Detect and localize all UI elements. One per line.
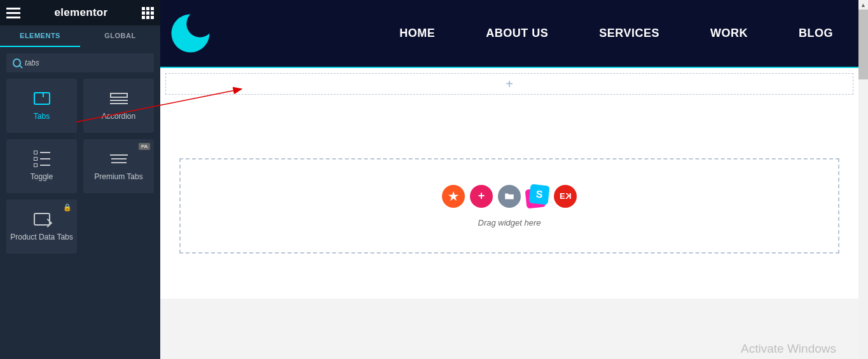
widget-toggle[interactable]: Toggle xyxy=(6,139,77,193)
ekit-button[interactable]: EK xyxy=(554,185,577,208)
widget-label: Accordion xyxy=(102,112,135,121)
nav-services[interactable]: SERVICES xyxy=(599,27,659,40)
tab-global[interactable]: GLOBAL xyxy=(80,25,160,47)
template-button[interactable] xyxy=(498,185,521,208)
favorites-button[interactable]: ★ xyxy=(442,185,465,208)
add-widget-button[interactable]: + xyxy=(470,185,493,208)
nav-home[interactable]: HOME xyxy=(399,27,435,40)
widget-label: Tabs xyxy=(34,112,50,121)
pa-badge-icon: PA xyxy=(139,143,150,150)
premium-tabs-icon xyxy=(110,152,128,166)
widget-label: Toggle xyxy=(31,172,53,181)
elementor-logo: elementor xyxy=(55,6,108,19)
panel-tabs: ELEMENTS GLOBAL xyxy=(0,25,160,47)
tabs-icon xyxy=(33,91,51,105)
toggle-icon xyxy=(33,152,51,166)
vertical-scrollbar[interactable]: ▲ xyxy=(858,0,868,359)
widget-list: Tabs Accordion Toggle PA Premium Tabs 🔒 xyxy=(0,79,160,254)
widget-tabs[interactable]: Tabs xyxy=(6,79,77,133)
nav-blog[interactable]: BLOG xyxy=(799,27,833,40)
accordion-icon xyxy=(110,91,128,105)
site-header: HOME ABOUT US SERVICES WORK BLOG xyxy=(160,0,858,68)
main-nav: HOME ABOUT US SERVICES WORK BLOG xyxy=(399,27,833,40)
menu-icon[interactable] xyxy=(6,8,20,18)
widget-label: Premium Tabs xyxy=(94,172,142,181)
tab-elements[interactable]: ELEMENTS xyxy=(0,25,80,47)
plus-icon: + xyxy=(478,189,485,203)
stratum-button[interactable]: S xyxy=(526,185,549,208)
widget-label: Product Data Tabs xyxy=(10,233,73,241)
panel-header: elementor xyxy=(0,0,160,25)
ek-icon: EK xyxy=(560,191,571,201)
search-icon xyxy=(13,58,21,67)
product-data-tabs-icon xyxy=(33,212,51,226)
widget-product-data-tabs[interactable]: 🔒 Product Data Tabs xyxy=(6,200,77,254)
nav-about[interactable]: ABOUT US xyxy=(486,27,548,40)
plus-icon[interactable]: + xyxy=(506,77,513,91)
dropzone-buttons: ★ + S EK xyxy=(442,185,577,208)
widgets-grid-icon[interactable] xyxy=(142,7,154,19)
add-section-area[interactable]: + xyxy=(165,73,853,95)
widget-premium-tabs[interactable]: PA Premium Tabs xyxy=(83,139,154,193)
scroll-up-icon[interactable]: ▲ xyxy=(858,0,868,10)
nav-work[interactable]: WORK xyxy=(710,27,748,40)
widget-accordion[interactable]: Accordion xyxy=(83,79,154,133)
editor-canvas: HOME ABOUT US SERVICES WORK BLOG + ★ + S… xyxy=(160,0,858,359)
elementor-panel: elementor ELEMENTS GLOBAL Tabs Accordion xyxy=(0,0,160,359)
drop-hint-text: Drag widget here xyxy=(478,218,541,227)
lock-icon: 🔒 xyxy=(63,203,72,212)
star-icon: ★ xyxy=(448,189,458,203)
widget-drop-zone[interactable]: ★ + S EK Drag widget here xyxy=(179,158,839,254)
scroll-thumb[interactable] xyxy=(858,10,868,79)
search-input[interactable] xyxy=(25,58,148,67)
search-box xyxy=(6,53,154,72)
s-icon: S xyxy=(529,184,550,205)
windows-watermark: Activate Windows xyxy=(741,342,836,356)
folder-icon xyxy=(504,191,515,202)
site-logo-icon xyxy=(167,10,214,57)
